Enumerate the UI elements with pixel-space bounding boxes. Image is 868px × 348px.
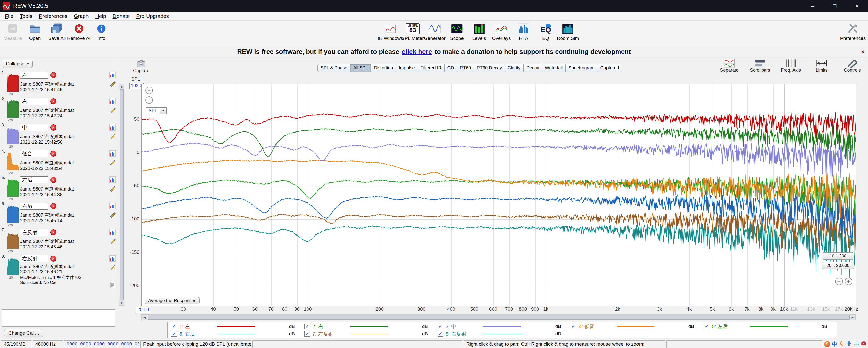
zoom-out-x-button[interactable]: − — [835, 278, 843, 285]
toolbar-button-info[interactable]: Info — [90, 21, 113, 45]
trace-checkbox[interactable]: ✓ — [304, 323, 310, 329]
measurement-row-7[interactable]: 7.-20左反射×Jamo S807 声道测试.mdat2021-12-22 1… — [0, 227, 118, 253]
scroll-up-icon[interactable]: ▲ — [119, 84, 124, 89]
toolbar-button-save-all[interactable]: Save All — [46, 21, 68, 45]
measurement-row-5[interactable]: 5.-20左后×Jamo S807 声道测试.mdat2021-12-22 15… — [0, 175, 118, 201]
delete-measurement-icon[interactable]: × — [51, 203, 57, 209]
measurement-chart-icon[interactable] — [110, 203, 116, 209]
measurement-name-input[interactable]: 左反射 — [20, 229, 49, 236]
measurement-name-input[interactable]: 低音 — [20, 150, 49, 157]
measurement-chart-icon[interactable] — [110, 229, 116, 235]
measurement-row-3[interactable]: 3.-20中×Jamo S807 声道测试.mdat2021-12-22 15:… — [0, 123, 118, 149]
average-responses-button[interactable]: Average the Responses — [145, 297, 200, 304]
edit-pencil-icon[interactable] — [110, 80, 116, 87]
trace-checkbox[interactable]: ✓ — [437, 331, 443, 337]
measurement-thumbnail[interactable]: -20 — [7, 124, 19, 148]
toolbar-button-spl-meter[interactable]: dB SPL83SPL Meter — [401, 21, 424, 45]
edit-pencil-icon[interactable] — [110, 211, 116, 218]
chinese-mode-icon[interactable]: 中 — [832, 341, 837, 348]
measurement-thumbnail[interactable]: -20 — [7, 71, 19, 95]
trace-checkbox[interactable]: ✓ — [171, 331, 177, 337]
zoom-in-x-button[interactable]: + — [845, 278, 852, 285]
spl-plot[interactable]: + − − + SPL ▼ Average the Responses 10 .… — [142, 84, 856, 306]
delete-measurement-icon[interactable]: × — [51, 72, 57, 78]
measurement-row-2[interactable]: 2.-20右×Jamo S807 声道测试.mdat2021-12-22 15:… — [0, 96, 118, 123]
menu-item-donate[interactable]: Donate — [110, 13, 133, 19]
toolbar-button-remove-all[interactable]: Remove All — [68, 21, 90, 45]
toolbar-button-rta[interactable]: RTA — [513, 21, 535, 45]
toolbar-button-overlays[interactable]: Overlays — [490, 21, 513, 45]
trace-selector[interactable]: SPL ▼ — [146, 107, 167, 114]
trace-checkbox[interactable]: ✓ — [571, 323, 576, 329]
tab-rt60-decay[interactable]: RT60 Decay — [473, 64, 505, 72]
edit-pencil-icon[interactable] — [110, 185, 116, 192]
mic-icon[interactable] — [846, 341, 852, 348]
measurement-thumbnail[interactable]: -20 — [7, 228, 19, 252]
menu-item-file[interactable]: File — [1, 13, 17, 19]
tab-rt60[interactable]: RT60 — [457, 64, 474, 72]
keyboard-icon[interactable] — [854, 341, 859, 348]
tab-gd[interactable]: GD — [444, 64, 457, 72]
delete-measurement-icon[interactable]: × — [51, 229, 57, 235]
delete-measurement-icon[interactable]: × — [51, 177, 57, 183]
tab-distortion[interactable]: Distortion — [371, 64, 396, 72]
tab-waterfall[interactable]: Waterfall — [542, 64, 566, 72]
collapse-button[interactable]: Collapse « — [2, 60, 33, 68]
delete-measurement-icon[interactable]: × — [51, 255, 57, 262]
measurement-name-input[interactable]: 右反射 — [20, 255, 49, 262]
horizontal-scrollbar[interactable]: ◀ ▶ — [142, 314, 856, 320]
tab-decay[interactable]: Decay — [523, 64, 542, 72]
measurement-chart-icon[interactable] — [110, 124, 116, 131]
toolbar-button-scope[interactable]: Scope — [446, 21, 468, 45]
zoom-out-y-button[interactable]: − — [145, 96, 153, 104]
capture-button[interactable]: Capture — [130, 60, 153, 73]
trace-checkbox[interactable]: ✓ — [437, 323, 443, 329]
delete-measurement-icon[interactable]: × — [51, 98, 57, 104]
measurement-chart-icon[interactable] — [110, 255, 116, 262]
menu-item-preferences[interactable]: Preferences — [36, 13, 71, 19]
range-10-200-button[interactable]: 10 .. 200 — [822, 252, 855, 259]
measurement-row-8[interactable]: 8.-20右反射×Jamo S807 声道测试.mdat2021-12-22 1… — [0, 253, 118, 291]
tab-impulse[interactable]: Impulse — [396, 64, 417, 72]
menu-item-pro-upgrades[interactable]: Pro Upgrades — [133, 13, 172, 19]
toolbar-button-levels[interactable]: Levels — [468, 21, 490, 45]
spl-plot-canvas[interactable] — [142, 84, 856, 306]
close-button[interactable]: × — [846, 0, 868, 11]
moon-icon[interactable] — [839, 341, 844, 348]
change-cal-button[interactable]: Change Cal ... — [4, 329, 43, 337]
menu-item-tools[interactable]: Tools — [17, 13, 36, 19]
toolbar-button-room-sim[interactable]: Room Sim — [557, 21, 579, 45]
measurement-thumbnail[interactable]: -20 — [7, 150, 19, 174]
delete-measurement-icon[interactable]: × — [51, 125, 57, 131]
measurement-row-1[interactable]: 1.-20左×Jamo S807 声道测试.mdat2021-12-22 15:… — [0, 70, 118, 96]
toolbar-button-measure[interactable]: Measure — [1, 21, 24, 45]
menu-item-graph[interactable]: Graph — [71, 13, 92, 19]
chevron-down-icon[interactable]: ▼ — [160, 107, 167, 114]
measurement-chart-icon[interactable] — [110, 150, 116, 157]
notes-icon[interactable] — [110, 282, 116, 288]
toolbar-button-eq[interactable]: EQEQ — [535, 21, 557, 45]
tab-clarity[interactable]: Clarity — [505, 64, 524, 72]
measurement-thumbnail[interactable]: -20 — [7, 176, 19, 200]
scroll-down-icon[interactable]: ▼ — [119, 300, 124, 305]
view-control-limits[interactable]: Limits — [809, 59, 834, 73]
measurement-thumbnail[interactable]: -20 — [7, 97, 19, 121]
toolbar-button-preferences[interactable]: Preferences — [842, 21, 864, 45]
view-control-freq-axis[interactable]: Freq. Axis — [779, 59, 803, 73]
measurement-name-input[interactable]: 中 — [20, 124, 49, 131]
maximize-button[interactable]: □ — [824, 0, 846, 11]
trace-checkbox[interactable]: ✓ — [304, 331, 310, 337]
tab-filtered-ir[interactable]: Filtered IR — [417, 64, 444, 72]
view-control-separate[interactable]: Separate — [717, 59, 741, 73]
measurement-chart-icon[interactable] — [110, 98, 116, 104]
view-control-scrollbars[interactable]: Scrollbars — [748, 59, 772, 73]
menu-item-help[interactable]: Help — [92, 13, 109, 19]
vertical-scrollbar[interactable]: ▲ ▼ — [119, 84, 124, 306]
notes-box[interactable] — [1, 309, 116, 326]
measurement-chart-icon[interactable] — [110, 72, 116, 78]
measurement-name-input[interactable]: 右后 — [20, 203, 49, 210]
sogou-icon[interactable]: S — [824, 341, 830, 347]
scroll-right-icon[interactable]: ▶ — [850, 315, 856, 320]
measurement-thumbnail[interactable]: -20 — [7, 254, 19, 279]
measurement-chart-icon[interactable] — [110, 176, 116, 183]
